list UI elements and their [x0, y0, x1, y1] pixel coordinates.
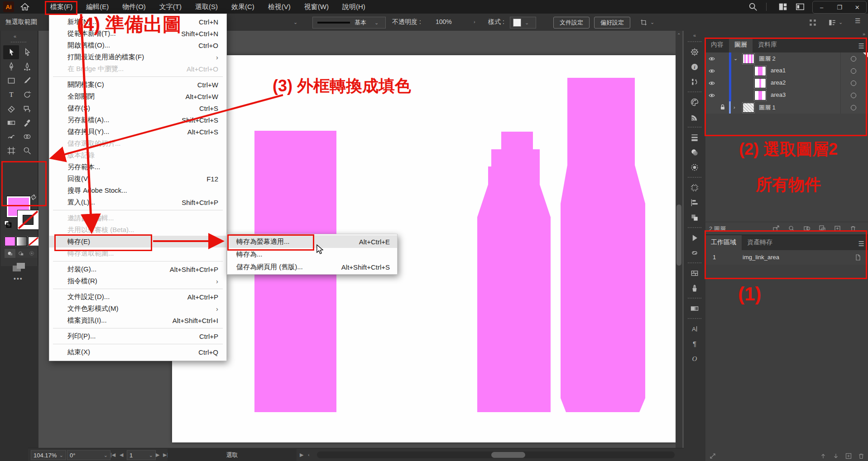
rotate-tool[interactable]: [19, 87, 35, 101]
panel-grip[interactable]: [688, 227, 701, 228]
eraser-tool[interactable]: [3, 101, 19, 115]
paint-none-button[interactable]: [28, 237, 39, 246]
horizontal-scrollbar[interactable]: [317, 451, 675, 458]
color-panel-icon[interactable]: [684, 95, 705, 109]
vertical-scroll-thumb[interactable]: [676, 204, 681, 266]
arrange-documents-icon[interactable]: [795, 2, 805, 12]
pathfinder-panel-icon[interactable]: [684, 210, 705, 225]
workspace-switcher-icon[interactable]: [778, 2, 788, 12]
navigator-panel-icon[interactable]: [684, 44, 705, 59]
export-submenu-item-2[interactable]: 儲存為網頁用 (舊版)...Alt+Shift+Ctrl+S: [227, 261, 397, 273]
stroke-color-swatch[interactable]: [17, 210, 39, 230]
zoom-level-dropdown[interactable]: 104.17%⌄: [31, 450, 66, 460]
curvature-tool[interactable]: [19, 59, 35, 73]
file-menu-item-6[interactable]: 全部關閉Alt+Ctrl+W: [49, 90, 226, 102]
status-collapse-icon[interactable]: ‹: [308, 452, 310, 457]
shape-area2[interactable]: [477, 132, 551, 412]
paintbrush-tool[interactable]: [19, 73, 35, 87]
file-menu-item-9[interactable]: 儲存拷貝(Y)...Alt+Ctrl+S: [49, 126, 226, 138]
swatches-panel-icon[interactable]: [684, 266, 705, 280]
menubar-item-5[interactable]: 效果(C): [225, 0, 261, 14]
draw-behind-button[interactable]: [15, 249, 26, 258]
file-menu-item-12[interactable]: 另存範本...: [49, 161, 226, 173]
file-menu-item-8[interactable]: 另存新檔(A)...Shift+Ctrl+S: [49, 114, 226, 126]
rectangle-tool[interactable]: [3, 73, 19, 87]
horizontal-scroll-thumb[interactable]: [491, 452, 525, 458]
stroke-style-dropdown[interactable]: 基本 ⌄: [312, 17, 386, 29]
file-menu-item-13[interactable]: 回復(V)F12: [49, 173, 226, 185]
paragraph-panel-icon[interactable]: ¶: [684, 336, 705, 351]
panel-grip[interactable]: [688, 41, 701, 42]
home-icon[interactable]: [20, 2, 30, 12]
file-menu-item-21[interactable]: 指令檔(R)›: [49, 275, 226, 287]
expand-dock-icon[interactable]: »: [863, 31, 865, 37]
panel-grip[interactable]: [688, 262, 701, 263]
panel-grip[interactable]: [688, 298, 701, 299]
zoom-tool[interactable]: [19, 143, 35, 157]
glyphs-panel-icon[interactable]: O: [684, 351, 705, 366]
paint-gradient-button[interactable]: [16, 237, 27, 246]
links-panel-icon[interactable]: [684, 245, 705, 260]
gradient-panel-panel-icon[interactable]: [684, 301, 705, 316]
shaper-tool[interactable]: [19, 101, 35, 115]
file-menu-item-2[interactable]: 開啟舊檔(O)...Ctrl+O: [49, 39, 226, 51]
draw-inside-button[interactable]: [26, 249, 37, 258]
next-artboard-icon[interactable]: ▶: [156, 452, 159, 458]
file-menu-item-7[interactable]: 儲存(S)Ctrl+S: [49, 102, 226, 114]
close-button[interactable]: ✕: [849, 1, 866, 13]
collapse-panel-icon[interactable]: «: [14, 33, 16, 39]
file-menu-item-22[interactable]: 文件設定(D)...Alt+Ctrl+P: [49, 291, 226, 303]
screen-mode-icon[interactable]: [11, 261, 27, 273]
move-up-icon[interactable]: [820, 452, 827, 460]
shape-builder-tool[interactable]: [19, 129, 35, 143]
panel-grip[interactable]: [688, 318, 701, 319]
panel-grip[interactable]: [688, 177, 701, 178]
status-expand-icon[interactable]: ▶: [300, 452, 303, 458]
paint-color-button[interactable]: [5, 237, 15, 246]
actions-panel-icon[interactable]: [684, 230, 705, 245]
file-menu-item-5[interactable]: 關閉檔案(C)Ctrl+W: [49, 79, 226, 90]
panel-menu-icon[interactable]: ☰: [855, 17, 861, 24]
character-panel-icon[interactable]: A: [684, 321, 705, 336]
isolate-selection-icon[interactable]: [639, 19, 648, 27]
new-artboard-icon[interactable]: [845, 452, 852, 460]
restore-button[interactable]: ❐: [830, 1, 848, 13]
shape-area3[interactable]: [561, 78, 645, 412]
expand-panel-icon[interactable]: [709, 452, 716, 460]
opacity-expand-icon[interactable]: ›: [474, 19, 475, 24]
gradient-tool[interactable]: [3, 115, 19, 129]
first-artboard-icon[interactable]: |◀: [110, 452, 115, 458]
brushes-panel-icon[interactable]: [684, 280, 705, 295]
file-menu-item-14[interactable]: 搜尋 Adobe Stock...: [49, 185, 226, 196]
more-tools-icon[interactable]: •••: [14, 275, 23, 282]
scroll-up-icon[interactable]: ⌃: [677, 33, 681, 38]
history-panel-icon[interactable]: [684, 74, 705, 89]
artboard-tool[interactable]: [3, 143, 19, 157]
width-tool[interactable]: [3, 129, 19, 143]
vertical-scrollbar[interactable]: ⌃: [676, 31, 682, 448]
draw-normal-button[interactable]: [5, 249, 15, 258]
file-menu-item-25[interactable]: 列印(P)...Ctrl+P: [49, 330, 226, 342]
menubar-item-4[interactable]: 選取(S): [188, 0, 225, 14]
isolate-chevron-icon[interactable]: ⌄: [650, 19, 654, 25]
panel-grip[interactable]: [688, 91, 701, 92]
menubar-item-6[interactable]: 檢視(V): [261, 0, 297, 14]
selection-tool[interactable]: [3, 45, 19, 59]
arrange-chevron-icon[interactable]: ⌄: [839, 19, 843, 25]
artboard-nav-dropdown[interactable]: 1⌄: [127, 450, 156, 460]
color-guide-panel-icon[interactable]: [684, 109, 705, 124]
file-menu-item-24[interactable]: 檔案資訊(I)...Alt+Shift+Ctrl+I: [49, 314, 226, 326]
type-tool[interactable]: T: [3, 87, 19, 101]
eyedropper-tool[interactable]: [19, 115, 35, 129]
opacity-value[interactable]: 100%: [436, 18, 452, 25]
artboards-panel-icon[interactable]: [684, 180, 705, 195]
file-menu-item-20[interactable]: 封裝(G)...Alt+Shift+Ctrl+P: [49, 263, 226, 275]
appearance-panel-icon[interactable]: [684, 160, 705, 175]
stroke-panel-icon[interactable]: [684, 130, 705, 145]
file-menu-item-26[interactable]: 結束(X)Ctrl+Q: [49, 346, 226, 358]
arrange-panel-icon[interactable]: [828, 19, 837, 27]
align-panel-icon[interactable]: [684, 195, 705, 210]
document-setup-button[interactable]: 文件設定: [553, 17, 590, 29]
panel-grip[interactable]: [11, 42, 26, 43]
collapse-dock-icon[interactable]: «: [693, 33, 696, 38]
